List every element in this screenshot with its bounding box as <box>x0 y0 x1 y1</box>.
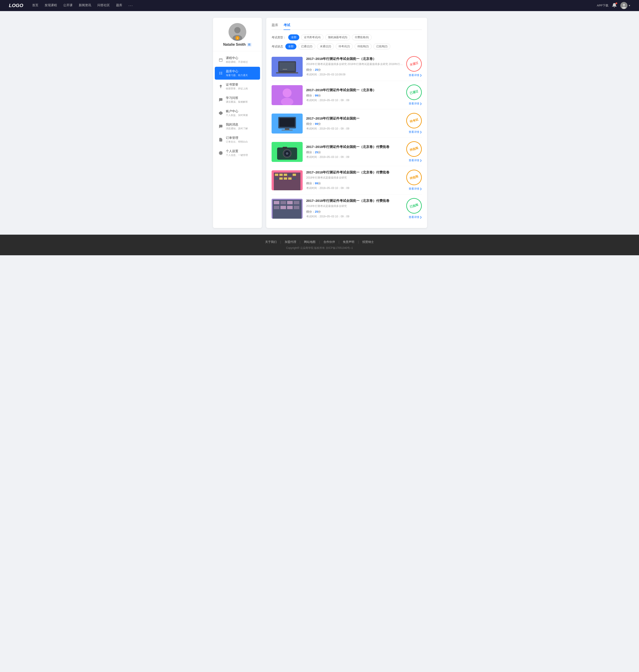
exam-time: 考试时间：2019–05–03 10：09：09 <box>306 186 403 190</box>
svg-point-2 <box>622 7 626 9</box>
filter-tag-random[interactable]: 随机抽题考试(5) <box>325 34 350 41</box>
sidebar-item-settings[interactable]: 个人设置 个人信息、一键管理 <box>215 147 260 159</box>
svg-rect-59 <box>274 201 279 204</box>
status-stamp: 已批阅 <box>404 196 424 215</box>
svg-rect-36 <box>279 118 295 127</box>
menu-text-account: 账户中心 个人权益、实时掌握 <box>226 109 248 117</box>
svg-point-4 <box>234 27 240 33</box>
sidebar-item-account[interactable]: 账户中心 个人权益、实时掌握 <box>215 107 260 119</box>
svg-rect-56 <box>293 177 296 180</box>
footer-link[interactable]: 免责声明 <box>339 240 358 244</box>
menu-label-orders: 订单管理 <box>226 136 248 140</box>
list-icon <box>218 71 223 76</box>
menu-sub-course: 精彩课程、不容错过 <box>226 60 248 64</box>
sidebar-item-certificate[interactable]: 证书荣誉 收获荣誉、持证上岗 <box>215 80 260 93</box>
menu-sub-cert: 收获荣誉、持证上岗 <box>226 87 248 90</box>
tab-question-bank[interactable]: 题库 <box>271 23 278 30</box>
exam-status: 已通过 查看详情 <box>406 84 422 106</box>
bell-icon[interactable] <box>612 3 617 9</box>
nav-qa[interactable]: 问答社区 <box>97 3 110 8</box>
filter-status-pending[interactable]: 待考试(2) <box>336 44 353 49</box>
view-detail-link[interactable]: 查看详情 <box>409 130 422 134</box>
footer: 关于我们|加盟代理|网站地图|合作伙伴|免责声明|招贤纳士 Copyright®… <box>0 235 639 255</box>
user-avatar-wrap[interactable]: ▾ <box>620 2 630 9</box>
view-detail-link[interactable]: 查看详情 <box>409 159 422 162</box>
sidebar-item-course[interactable]: 课程中心 精彩课程、不容错过 <box>215 53 260 66</box>
sidebar-item-orders[interactable]: 订单管理 订单支出、明明白白 <box>215 133 260 146</box>
exam-type-label: 考试类型： <box>271 35 286 39</box>
tab-exam[interactable]: 考试 <box>283 23 290 30</box>
exam-title: 2017–2018年行测证件考试全国统一（北京卷）付费批卷 <box>306 199 403 203</box>
filter-tag-all-type[interactable]: 全部 <box>288 34 299 41</box>
avatar <box>620 2 627 9</box>
footer-copyright: Copyright® 云朵商学院 版权所有 京ICP备17051340号–1 <box>9 246 630 250</box>
svg-rect-38 <box>282 130 293 130</box>
header-right: APP下载 ▾ <box>597 2 630 9</box>
svg-rect-44 <box>283 147 287 148</box>
nav-discover[interactable]: 发现课程 <box>45 3 57 8</box>
footer-link[interactable]: 合作伙伴 <box>320 240 339 244</box>
filter-status-failed[interactable]: 未通过(2) <box>317 44 334 49</box>
sidebar: ★ Natalie Smith 图 课程中心 精彩课程、不容错过 <box>213 18 262 228</box>
exam-thumbnail <box>271 57 302 77</box>
filter-status-passed[interactable]: 已通过(2) <box>298 44 315 49</box>
view-detail-link[interactable]: 查看详情 <box>409 187 422 191</box>
profile-avatar: ★ <box>229 23 246 41</box>
svg-rect-52 <box>275 177 278 180</box>
footer-link[interactable]: 网站地图 <box>300 240 319 244</box>
exam-list-item: 2017–2018年行测证件考试全国统一（北京卷） 得分：99分 考试时间：20… <box>271 81 422 109</box>
message-icon <box>218 124 223 129</box>
footer-link[interactable]: 关于我们 <box>262 240 280 244</box>
exam-score: 得分：99分 <box>306 94 403 98</box>
filter-status-reviewed[interactable]: 已批阅(2) <box>373 44 390 49</box>
footer-link[interactable]: 加盟代理 <box>281 240 300 244</box>
menu-text-qbank: 题库中心 海量习题、助力通关 <box>226 69 248 77</box>
svg-rect-60 <box>280 201 286 204</box>
nav-more[interactable]: ··· <box>128 3 133 8</box>
svg-point-1 <box>623 4 625 6</box>
exam-info: 2017–2018年行测证件考试全国统一（北京卷）付费批卷 2018年行测考试是… <box>306 199 403 219</box>
filter-status-all[interactable]: 全部 <box>285 44 296 49</box>
view-detail-link[interactable]: 查看详情 <box>409 74 422 77</box>
sidebar-item-question-bank[interactable]: 题库中心 海量习题、助力通关 <box>215 67 260 80</box>
nav-question-bank[interactable]: 题库 <box>116 3 122 8</box>
nav-news[interactable]: 新闻资讯 <box>79 3 91 8</box>
award-badge-icon: ★ <box>235 36 239 40</box>
exam-score: 得分：25分 <box>306 210 403 214</box>
svg-rect-65 <box>287 206 293 209</box>
sidebar-item-messages[interactable]: 我的消息 消息通知、及时了解 <box>215 120 260 133</box>
exam-list-item: 2017–2018年行测证件考试全国统一（北京卷）付费批卷 得分：25分 考试时… <box>271 138 422 166</box>
chat-icon <box>218 97 223 102</box>
svg-rect-55 <box>288 177 292 180</box>
menu-sub-messages: 消息通知、及时了解 <box>226 127 248 130</box>
view-detail-link[interactable]: 查看详情 <box>409 102 422 106</box>
menu-sub-qbank: 海量习题、助力通关 <box>226 74 248 77</box>
nav-open-course[interactable]: 公开课 <box>63 3 73 8</box>
exam-time: 考试时间：2019–05–03 10：09：09 <box>306 155 403 159</box>
exam-time: 考试时间：2019–05–03 10：09：09 <box>306 98 403 102</box>
svg-rect-49 <box>284 174 287 176</box>
svg-marker-19 <box>219 112 222 115</box>
footer-link[interactable]: 招贤纳士 <box>359 240 377 244</box>
menu-label-messages: 我的消息 <box>226 123 248 127</box>
nav-home[interactable]: 首页 <box>32 3 38 8</box>
menu-label-settings: 个人设置 <box>226 149 248 153</box>
status-stamp: 未通过 <box>404 54 424 74</box>
logo[interactable]: LOGO <box>9 3 23 9</box>
exam-desc: 2018年行测考试是最值得多去研究 2018年行测考试是最值得多去研究 2018… <box>306 62 403 66</box>
svg-rect-51 <box>293 174 296 176</box>
svg-rect-53 <box>279 177 283 180</box>
filter-status-reviewing[interactable]: 待批阅(2) <box>355 44 372 49</box>
view-detail-link[interactable]: 查看详情 <box>409 215 422 219</box>
filter-tag-cert[interactable]: 证书类考试(4) <box>301 34 324 41</box>
app-download[interactable]: APP下载 <box>597 3 608 7</box>
sidebar-item-qa[interactable]: 学习问答 课后重温、疑难解答 <box>215 93 260 106</box>
svg-rect-37 <box>285 128 289 130</box>
filter-tag-paid[interactable]: 付费批卷(6) <box>352 34 372 41</box>
status-stamp: 已通过 <box>404 83 424 102</box>
exam-title: 2017–2018年行测证件考试全国统一 <box>306 116 403 121</box>
exam-desc: 2018年行测考试是最值得多去研究 <box>306 204 403 208</box>
exam-thumbnail <box>271 199 302 219</box>
exam-score: 得分：99分 <box>306 122 403 126</box>
menu-sub-account: 个人权益、实时掌握 <box>226 114 248 117</box>
